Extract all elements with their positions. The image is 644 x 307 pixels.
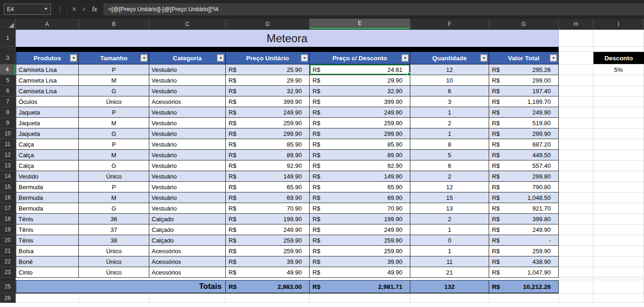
cell-f26[interactable] xyxy=(410,294,489,303)
cell-h[interactable] xyxy=(559,118,593,128)
row-header[interactable]: 22 xyxy=(0,256,16,267)
cell-preco-desconto[interactable]: R$ 29.90 xyxy=(310,75,410,86)
cell-produto[interactable]: Bolsa xyxy=(16,246,79,256)
cell-preco-unitario[interactable]: R$ 149.90 xyxy=(226,171,310,182)
cell-i[interactable] xyxy=(593,267,644,278)
cell-tamanho[interactable]: M xyxy=(79,150,149,160)
cell-tamanho[interactable]: G xyxy=(79,86,149,96)
cell-a26[interactable] xyxy=(16,294,79,303)
column-header-a[interactable]: A xyxy=(16,19,79,29)
cell-preco-unitario[interactable]: R$ 69.90 xyxy=(226,192,310,203)
cell-categoria[interactable]: Vestuário xyxy=(149,150,226,160)
cell-i[interactable] xyxy=(593,86,644,96)
cell-quantidade[interactable]: 1 xyxy=(410,224,489,235)
filter-button-produtos[interactable] xyxy=(70,55,77,62)
cell-h[interactable] xyxy=(559,75,593,86)
cell-i[interactable] xyxy=(593,246,644,256)
cell-h[interactable] xyxy=(559,160,593,171)
cell-preco-desconto[interactable]: R$ 249.90 xyxy=(310,224,410,235)
cell-valor-total[interactable]: R$ 687.20 xyxy=(489,139,559,150)
cell-produto[interactable]: Calça xyxy=(16,160,79,171)
cell-valor-total[interactable]: R$ 249.90 xyxy=(489,107,559,118)
totals-preco-unitario[interactable]: R$ 2,983.00 xyxy=(226,280,310,294)
cell-preco-desconto[interactable]: R$ 32.90 xyxy=(310,86,410,96)
formula-input[interactable]: =[@[Preço Unitário]]-[@[Preço Unitário]]… xyxy=(103,3,644,15)
row-header[interactable]: 8 xyxy=(0,107,16,118)
cell-tamanho[interactable]: M xyxy=(79,75,149,86)
cell-e26[interactable] xyxy=(310,294,410,303)
column-header-f[interactable]: F xyxy=(410,19,489,29)
cell-c26[interactable] xyxy=(149,294,226,303)
enter-icon[interactable]: ✓ xyxy=(79,6,89,13)
cell-valor-total[interactable]: R$ 1,048.50 xyxy=(489,192,559,203)
sheet-title-cell[interactable]: Meteora xyxy=(16,30,559,47)
cell-i[interactable] xyxy=(593,75,644,86)
cell-categoria[interactable]: Vestuário xyxy=(149,171,226,182)
row-header[interactable]: 21 xyxy=(0,246,16,256)
cell-valor-total[interactable]: R$ 1,047.90 xyxy=(489,267,559,278)
cell-preco-desconto[interactable]: R$ 259.90 xyxy=(310,118,410,128)
cell-categoria[interactable]: Calçado xyxy=(149,235,226,246)
cell-preco-desconto[interactable]: R$ 65.90 xyxy=(310,182,410,192)
filter-button-categoria[interactable] xyxy=(217,55,224,62)
cell-i[interactable] xyxy=(593,96,644,107)
cell-i25[interactable] xyxy=(593,280,644,294)
cell-valor-total[interactable]: R$ 921.70 xyxy=(489,203,559,214)
cell-h26[interactable] xyxy=(559,294,593,303)
cell-i[interactable] xyxy=(593,107,644,118)
filter-button-valor-total[interactable] xyxy=(550,55,557,62)
cell-h[interactable] xyxy=(559,182,593,192)
cell-preco-desconto[interactable]: R$ 69.90 xyxy=(310,192,410,203)
cell-i[interactable] xyxy=(593,203,644,214)
cell-i26[interactable] xyxy=(593,294,644,303)
cell-produto[interactable]: Cinto xyxy=(16,267,79,278)
kebab-menu-icon[interactable]: ⋮ xyxy=(55,6,65,13)
cell-preco-unitario[interactable]: R$ 259.90 xyxy=(226,246,310,256)
cell-i[interactable] xyxy=(593,224,644,235)
cell-valor-total[interactable]: R$ 438.90 xyxy=(489,256,559,267)
cell-tamanho[interactable]: Único xyxy=(79,267,149,278)
cell-categoria[interactable]: Vestuário xyxy=(149,203,226,214)
cell-categoria[interactable]: Vestuário xyxy=(149,107,226,118)
row-header[interactable]: 23 xyxy=(0,267,16,278)
row-header[interactable]: 19 xyxy=(0,224,16,235)
cell-preco-desconto[interactable]: R$ 299.90 xyxy=(310,128,410,139)
row-header[interactable]: 18 xyxy=(0,214,16,224)
row-header[interactable]: 4 xyxy=(0,64,16,75)
cell-quantidade[interactable]: 6 xyxy=(410,86,489,96)
totals-preco-desconto[interactable]: R$ 2,981.71 xyxy=(310,280,410,294)
cell-h[interactable] xyxy=(559,224,593,235)
cell-quantidade[interactable]: 0 xyxy=(410,235,489,246)
cell-produto[interactable]: Camiseta Lisa xyxy=(16,64,79,75)
cell-preco-unitario[interactable]: R$ 199.90 xyxy=(226,214,310,224)
discount-header[interactable]: Desconto xyxy=(593,52,644,64)
filter-button-tamanho[interactable] xyxy=(140,55,147,62)
cell-h[interactable] xyxy=(559,214,593,224)
cell-preco-unitario[interactable]: R$ 65.90 xyxy=(226,182,310,192)
cell-categoria[interactable]: Vestuário xyxy=(149,139,226,150)
cell-valor-total[interactable]: R$ 519.80 xyxy=(489,118,559,128)
cell-preco-desconto[interactable]: R$ 149.90 xyxy=(310,171,410,182)
cell-categoria[interactable]: Vestuário xyxy=(149,86,226,96)
row-header-26[interactable]: 26 xyxy=(0,294,16,303)
cell-i[interactable] xyxy=(593,192,644,203)
cell-g26[interactable] xyxy=(489,294,559,303)
cell-h2[interactable] xyxy=(559,47,593,52)
cell-h[interactable] xyxy=(559,107,593,118)
cell-quantidade[interactable]: 13 xyxy=(410,203,489,214)
cell-preco-unitario[interactable]: R$ 29.90 xyxy=(226,75,310,86)
cell-i[interactable] xyxy=(593,214,644,224)
cell-i[interactable] xyxy=(593,139,644,150)
cell-preco-desconto[interactable]: R$ 39.90 xyxy=(310,256,410,267)
cell-produto[interactable]: Tênis xyxy=(16,224,79,235)
header-tamanho[interactable]: Tamanho xyxy=(79,52,149,64)
cell-tamanho[interactable]: G xyxy=(79,203,149,214)
cell-quantidade[interactable]: 1 xyxy=(410,107,489,118)
cell-produto[interactable]: Óculos xyxy=(16,96,79,107)
cell-valor-total[interactable]: R$ 249.90 xyxy=(489,224,559,235)
totals-valor-total[interactable]: R$ 10,212.26 xyxy=(489,280,559,294)
cell-valor-total[interactable]: R$ 557.40 xyxy=(489,160,559,171)
cell-tamanho[interactable]: Único xyxy=(79,256,149,267)
cell-preco-desconto[interactable]: R$ 85.90 xyxy=(310,139,410,150)
row-header[interactable]: 5 xyxy=(0,75,16,86)
